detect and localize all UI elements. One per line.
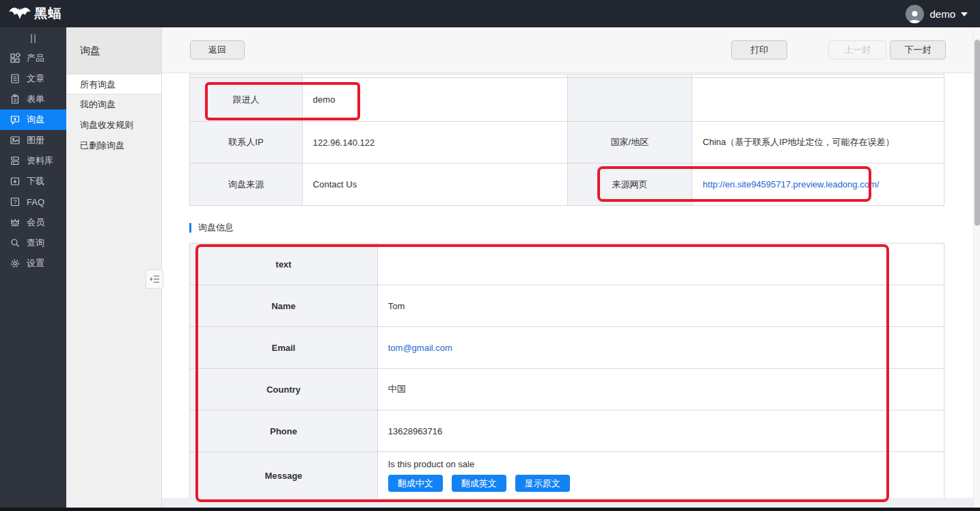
inquiry-info-section-header: 询盘信息	[189, 222, 234, 234]
previous-button[interactable]: 上一封	[828, 40, 886, 60]
user-menu[interactable]: demo	[906, 5, 980, 23]
sidebar-item-inquiries[interactable]: 询盘	[0, 109, 66, 130]
table-row: 跟进人 demo	[190, 78, 944, 122]
user-name: demo	[929, 8, 955, 20]
articles-icon	[10, 73, 21, 84]
row-label: Message	[190, 452, 378, 499]
sidebar-item-articles[interactable]: 文章	[0, 68, 66, 89]
sidebar-item-label: 会员	[27, 216, 44, 228]
sidebar-item-label: 产品	[27, 52, 44, 64]
row-value	[378, 244, 944, 285]
submenu-collapse-button[interactable]	[146, 270, 163, 289]
message-cell: Is this product on sale 翻成中文 翻成英文 显示原文	[378, 452, 944, 499]
submenu-item-all-inquiries[interactable]: 所有询盘	[66, 74, 161, 94]
app-window: 黑蝠 demo 产品	[0, 0, 980, 511]
back-button[interactable]: 返回	[190, 40, 245, 60]
row-label: 联系人IP	[190, 122, 303, 163]
logo-text: 黑蝠	[34, 5, 62, 23]
forms-icon	[10, 94, 21, 105]
source-url-link[interactable]: http://en.site94595717.preview.leadong.c…	[703, 179, 879, 189]
app-logo[interactable]: 黑蝠	[0, 5, 62, 23]
inquiry-detail-content: 跟进人 demo 联系人IP 122.96.140.122 国家/地区 Chin…	[162, 73, 973, 508]
sidebar-item-label: 表单	[27, 93, 44, 105]
sidebar-item-label: 询盘	[27, 114, 44, 126]
inquiries-icon	[10, 114, 21, 125]
table-row: Name Tom	[190, 285, 944, 327]
bat-logo-icon	[8, 6, 31, 21]
source-page-link: http://en.site94595717.preview.leadong.c…	[692, 163, 944, 206]
row-label	[568, 78, 693, 122]
show-original-button[interactable]: 显示原文	[515, 475, 570, 492]
translate-buttons: 翻成中文 翻成英文 显示原文	[388, 475, 570, 492]
main-sidebar: 产品 文章 表单	[0, 27, 66, 511]
row-label: Email	[190, 327, 378, 369]
table-row: Phone 13628963716	[190, 410, 944, 452]
row-label: Phone	[190, 410, 378, 452]
user-avatar-icon	[906, 5, 924, 23]
table-row: Country 中国	[190, 369, 944, 410]
faq-icon: ?	[10, 196, 21, 207]
downloads-icon	[10, 176, 21, 187]
email-link[interactable]: tom@gmail.com	[388, 343, 452, 353]
translate-to-chinese-button[interactable]: 翻成中文	[388, 475, 443, 492]
print-button[interactable]: 打印	[731, 40, 787, 60]
sidebar-item-library[interactable]: 资料库	[0, 150, 66, 171]
row-value: Contact Us	[303, 163, 568, 206]
sidebar-item-downloads[interactable]: 下载	[0, 171, 66, 192]
message-text: Is this product on sale	[388, 459, 474, 469]
vertical-scrollbar-thumb[interactable]	[975, 40, 980, 226]
row-label: 询盘来源	[190, 163, 303, 206]
vertical-scrollbar-track[interactable]	[973, 27, 980, 508]
next-button[interactable]: 下一封	[890, 40, 946, 60]
row-label: Country	[190, 369, 378, 410]
sidebar-item-products[interactable]: 产品	[0, 48, 66, 68]
table-row: 联系人IP 122.96.140.122 国家/地区 China（基于联系人IP…	[190, 122, 944, 163]
sidebar-item-label: 文章	[27, 73, 44, 85]
submenu-title: 询盘	[66, 27, 161, 74]
sidebar-item-forms[interactable]: 表单	[0, 89, 66, 109]
top-header: 黑蝠 demo	[0, 0, 980, 27]
row-value: China（基于联系人IP地址定位，可能存在误差）	[692, 122, 944, 163]
table-row: Message Is this product on sale 翻成中文 翻成英…	[190, 452, 944, 499]
sidebar-item-albums[interactable]: 图册	[0, 130, 66, 150]
row-label: 跟进人	[190, 78, 303, 122]
sidebar-item-label: 设置	[27, 257, 44, 270]
chevron-down-icon	[961, 12, 968, 16]
sidebar-item-label: 下载	[27, 175, 44, 187]
collapse-menu-icon	[150, 275, 160, 283]
table-row: text	[190, 244, 944, 285]
content-footer-strip	[162, 498, 973, 508]
sidebar-collapse-icon[interactable]	[0, 29, 66, 48]
table-row: 询盘来源 Contact Us 来源网页 http://en.site94595…	[190, 163, 944, 206]
bottom-edge-bar	[0, 508, 980, 511]
submenu-item-deleted-inquiries[interactable]: 已删除询盘	[66, 135, 161, 156]
row-value: demo	[303, 78, 568, 122]
sidebar-item-search[interactable]: 查询	[0, 233, 66, 253]
sidebar-item-members[interactable]: 会员	[0, 212, 66, 233]
section-accent-bar	[189, 223, 191, 233]
contact-detail-table: 跟进人 demo 联系人IP 122.96.140.122 国家/地区 Chin…	[189, 74, 944, 206]
table-row: Email tom@gmail.com	[190, 327, 944, 369]
sidebar-item-label: FAQ	[27, 197, 44, 207]
row-value: 中国	[378, 369, 944, 410]
row-label: 来源网页	[568, 163, 693, 206]
row-label: 国家/地区	[568, 122, 693, 163]
albums-icon	[10, 135, 21, 146]
products-icon	[10, 53, 21, 64]
sidebar-item-label: 查询	[27, 237, 44, 249]
translate-to-english-button[interactable]: 翻成英文	[452, 475, 506, 492]
settings-icon	[10, 258, 21, 269]
section-title-text: 询盘信息	[198, 222, 234, 234]
submenu-item-my-inquiries[interactable]: 我的询盘	[66, 94, 161, 115]
library-icon	[10, 155, 21, 166]
row-value	[692, 78, 944, 122]
sidebar-item-settings[interactable]: 设置	[0, 253, 66, 274]
sidebar-item-faq[interactable]: ? FAQ	[0, 192, 66, 212]
detail-toolbar: 返回 打印 上一封 下一封	[162, 27, 973, 73]
svg-text:?: ?	[13, 198, 16, 205]
row-value: 13628963716	[378, 410, 944, 452]
row-value: tom@gmail.com	[378, 327, 944, 369]
submenu-item-inquiry-rules[interactable]: 询盘收发规则	[66, 115, 161, 135]
row-value: 122.96.140.122	[303, 122, 568, 163]
search-icon	[10, 237, 21, 248]
